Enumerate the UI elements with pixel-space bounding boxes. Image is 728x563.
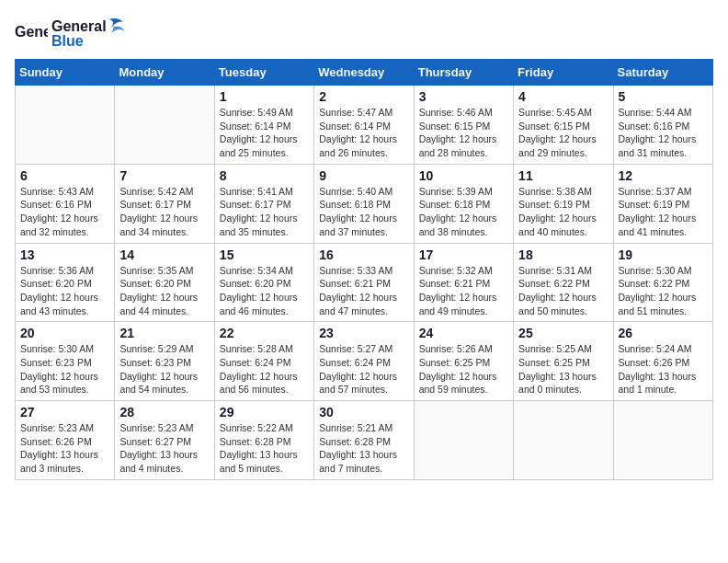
svg-text:Blue: Blue [51, 33, 84, 49]
day-number: 22 [220, 326, 309, 340]
calendar-cell: 7Sunrise: 5:42 AM Sunset: 6:17 PM Daylig… [115, 164, 214, 243]
calendar-cell: 11Sunrise: 5:38 AM Sunset: 6:19 PM Dayli… [514, 164, 613, 243]
day-info: Sunrise: 5:37 AM Sunset: 6:19 PM Dayligh… [619, 185, 708, 239]
day-number: 26 [619, 326, 708, 340]
day-info: Sunrise: 5:36 AM Sunset: 6:20 PM Dayligh… [20, 264, 109, 318]
day-number: 4 [518, 89, 608, 104]
day-number: 19 [619, 247, 708, 262]
day-number: 28 [119, 405, 209, 419]
header-thursday: Thursday [414, 60, 513, 86]
calendar-cell: 15Sunrise: 5:34 AM Sunset: 6:20 PM Dayli… [214, 243, 313, 322]
day-info: Sunrise: 5:46 AM Sunset: 6:15 PM Dayligh… [419, 106, 508, 160]
day-info: Sunrise: 5:42 AM Sunset: 6:17 PM Dayligh… [119, 185, 209, 239]
day-info: Sunrise: 5:39 AM Sunset: 6:18 PM Dayligh… [419, 185, 508, 239]
header-tuesday: Tuesday [214, 60, 313, 86]
day-info: Sunrise: 5:23 AM Sunset: 6:27 PM Dayligh… [119, 421, 209, 476]
day-info: Sunrise: 5:24 AM Sunset: 6:26 PM Dayligh… [619, 342, 708, 396]
day-info: Sunrise: 5:30 AM Sunset: 6:23 PM Dayligh… [20, 342, 109, 396]
calendar-week-5: 27Sunrise: 5:23 AM Sunset: 6:26 PM Dayli… [16, 401, 713, 480]
calendar-cell: 17Sunrise: 5:32 AM Sunset: 6:21 PM Dayli… [414, 243, 513, 322]
calendar-cell: 9Sunrise: 5:40 AM Sunset: 6:18 PM Daylig… [314, 164, 414, 243]
day-number: 3 [419, 89, 508, 104]
day-info: Sunrise: 5:45 AM Sunset: 6:15 PM Dayligh… [518, 106, 608, 160]
header-wednesday: Wednesday [314, 60, 414, 86]
calendar-cell: 21Sunrise: 5:29 AM Sunset: 6:23 PM Dayli… [115, 322, 214, 401]
day-info: Sunrise: 5:34 AM Sunset: 6:20 PM Dayligh… [220, 264, 309, 318]
day-number: 16 [319, 247, 408, 262]
calendar-cell: 19Sunrise: 5:30 AM Sunset: 6:22 PM Dayli… [613, 243, 712, 322]
calendar-week-1: 1Sunrise: 5:49 AM Sunset: 6:14 PM Daylig… [16, 86, 713, 165]
calendar-cell: 25Sunrise: 5:25 AM Sunset: 6:25 PM Dayli… [514, 322, 613, 401]
header-monday: Monday [115, 60, 214, 86]
day-info: Sunrise: 5:25 AM Sunset: 6:25 PM Dayligh… [518, 342, 608, 396]
calendar-week-3: 13Sunrise: 5:36 AM Sunset: 6:20 PM Dayli… [16, 243, 713, 322]
header-sunday: Sunday [16, 60, 115, 86]
day-info: Sunrise: 5:47 AM Sunset: 6:14 PM Dayligh… [319, 106, 408, 160]
day-info: Sunrise: 5:33 AM Sunset: 6:21 PM Dayligh… [319, 264, 408, 318]
page-header: General General Blue [15, 15, 713, 52]
day-info: Sunrise: 5:22 AM Sunset: 6:28 PM Dayligh… [220, 421, 309, 476]
day-info: Sunrise: 5:41 AM Sunset: 6:17 PM Dayligh… [220, 185, 309, 239]
calendar-cell: 27Sunrise: 5:23 AM Sunset: 6:26 PM Dayli… [16, 401, 115, 480]
logo-icon: General [15, 17, 48, 50]
day-info: Sunrise: 5:35 AM Sunset: 6:20 PM Dayligh… [119, 264, 209, 318]
day-number: 7 [119, 168, 209, 183]
calendar-cell: 4Sunrise: 5:45 AM Sunset: 6:15 PM Daylig… [514, 86, 613, 165]
calendar-cell: 20Sunrise: 5:30 AM Sunset: 6:23 PM Dayli… [16, 322, 115, 401]
day-number: 17 [419, 247, 508, 262]
day-number: 12 [619, 168, 708, 183]
day-number: 15 [220, 247, 309, 262]
day-info: Sunrise: 5:32 AM Sunset: 6:21 PM Dayligh… [419, 264, 508, 318]
day-number: 5 [619, 89, 708, 104]
calendar-week-2: 6Sunrise: 5:43 AM Sunset: 6:16 PM Daylig… [16, 164, 713, 243]
logo-svg: General Blue [51, 15, 125, 52]
calendar-cell [16, 86, 115, 165]
day-number: 10 [419, 168, 508, 183]
day-number: 25 [518, 326, 608, 340]
day-number: 27 [20, 405, 109, 419]
day-number: 29 [220, 405, 309, 419]
calendar-cell: 28Sunrise: 5:23 AM Sunset: 6:27 PM Dayli… [115, 401, 214, 480]
calendar-cell [613, 401, 712, 480]
calendar-cell: 1Sunrise: 5:49 AM Sunset: 6:14 PM Daylig… [214, 86, 313, 165]
calendar-cell: 13Sunrise: 5:36 AM Sunset: 6:20 PM Dayli… [16, 243, 115, 322]
logo: General General Blue [15, 15, 125, 52]
day-number: 23 [319, 326, 408, 340]
calendar-cell [514, 401, 613, 480]
day-number: 1 [220, 89, 309, 104]
calendar-cell: 2Sunrise: 5:47 AM Sunset: 6:14 PM Daylig… [314, 86, 414, 165]
calendar-cell: 5Sunrise: 5:44 AM Sunset: 6:16 PM Daylig… [613, 86, 712, 165]
day-number: 11 [518, 168, 608, 183]
svg-text:General: General [15, 24, 48, 40]
calendar-header-row: SundayMondayTuesdayWednesdayThursdayFrid… [16, 60, 713, 86]
day-info: Sunrise: 5:31 AM Sunset: 6:22 PM Dayligh… [518, 264, 608, 318]
day-number: 9 [319, 168, 408, 183]
day-number: 18 [518, 247, 608, 262]
calendar-week-4: 20Sunrise: 5:30 AM Sunset: 6:23 PM Dayli… [16, 322, 713, 401]
calendar-cell: 10Sunrise: 5:39 AM Sunset: 6:18 PM Dayli… [414, 164, 513, 243]
day-info: Sunrise: 5:43 AM Sunset: 6:16 PM Dayligh… [20, 185, 109, 239]
day-info: Sunrise: 5:23 AM Sunset: 6:26 PM Dayligh… [20, 421, 109, 476]
day-number: 30 [319, 405, 408, 419]
day-info: Sunrise: 5:38 AM Sunset: 6:19 PM Dayligh… [518, 185, 608, 239]
day-info: Sunrise: 5:26 AM Sunset: 6:25 PM Dayligh… [419, 342, 508, 396]
day-info: Sunrise: 5:21 AM Sunset: 6:28 PM Dayligh… [319, 421, 408, 476]
day-number: 8 [220, 168, 309, 183]
day-number: 20 [20, 326, 109, 340]
calendar-cell: 14Sunrise: 5:35 AM Sunset: 6:20 PM Dayli… [115, 243, 214, 322]
header-friday: Friday [514, 60, 613, 86]
calendar-cell: 6Sunrise: 5:43 AM Sunset: 6:16 PM Daylig… [16, 164, 115, 243]
day-info: Sunrise: 5:40 AM Sunset: 6:18 PM Dayligh… [319, 185, 408, 239]
day-number: 14 [119, 247, 209, 262]
calendar-table: SundayMondayTuesdayWednesdayThursdayFrid… [15, 59, 713, 480]
calendar-cell: 8Sunrise: 5:41 AM Sunset: 6:17 PM Daylig… [214, 164, 313, 243]
day-info: Sunrise: 5:29 AM Sunset: 6:23 PM Dayligh… [119, 342, 209, 396]
day-info: Sunrise: 5:44 AM Sunset: 6:16 PM Dayligh… [619, 106, 708, 160]
calendar-cell: 24Sunrise: 5:26 AM Sunset: 6:25 PM Dayli… [414, 322, 513, 401]
calendar-cell: 23Sunrise: 5:27 AM Sunset: 6:24 PM Dayli… [314, 322, 414, 401]
day-info: Sunrise: 5:27 AM Sunset: 6:24 PM Dayligh… [319, 342, 408, 396]
calendar-cell: 30Sunrise: 5:21 AM Sunset: 6:28 PM Dayli… [314, 401, 414, 480]
day-number: 21 [119, 326, 209, 340]
day-number: 6 [20, 168, 109, 183]
calendar-cell [115, 86, 214, 165]
